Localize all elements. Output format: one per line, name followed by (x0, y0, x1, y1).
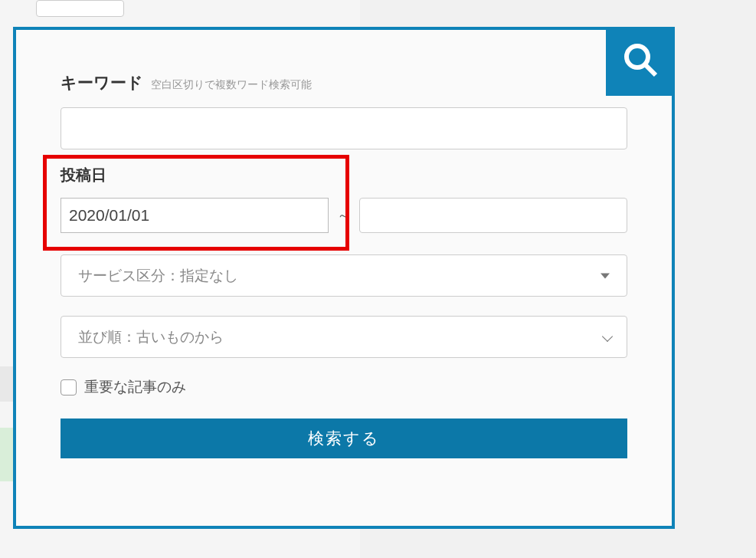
post-date-label: 投稿日 (61, 165, 627, 185)
service-category-select[interactable]: サービス区分：指定なし (61, 254, 627, 297)
keyword-field-group: キーワード 空白区切りで複数ワード検索可能 (61, 72, 627, 149)
background-strip-gray (0, 366, 13, 402)
search-panel: キーワード 空白区切りで複数ワード検索可能 投稿日 ～ サービス区分：指定なし … (13, 27, 675, 529)
chevron-down-icon (602, 330, 613, 341)
keyword-hint: 空白区切りで複数ワード検索可能 (151, 78, 312, 92)
svg-line-1 (645, 64, 656, 75)
service-category-text: サービス区分：指定なし (78, 266, 238, 286)
keyword-label: キーワード (61, 72, 143, 94)
search-tab-button[interactable] (606, 27, 675, 96)
background-small-input (36, 0, 124, 17)
search-submit-label: 検索する (308, 428, 380, 449)
post-date-from-input[interactable] (61, 198, 329, 233)
chevron-down-icon (601, 273, 610, 278)
post-date-to-input[interactable] (359, 198, 627, 233)
important-only-label: 重要な記事のみ (84, 377, 186, 397)
post-date-section: 投稿日 ～ (61, 165, 627, 233)
svg-point-0 (627, 46, 648, 67)
search-icon (622, 41, 659, 81)
sort-order-text: 並び順：古いものから (78, 327, 224, 347)
sort-order-select[interactable]: 並び順：古いものから (61, 316, 627, 358)
keyword-input[interactable] (61, 107, 627, 149)
important-only-row: 重要な記事のみ (61, 377, 627, 397)
important-only-checkbox[interactable] (61, 379, 77, 396)
search-submit-button[interactable]: 検索する (61, 419, 627, 458)
background-strip-green (0, 428, 13, 481)
date-range-separator: ～ (329, 206, 359, 225)
